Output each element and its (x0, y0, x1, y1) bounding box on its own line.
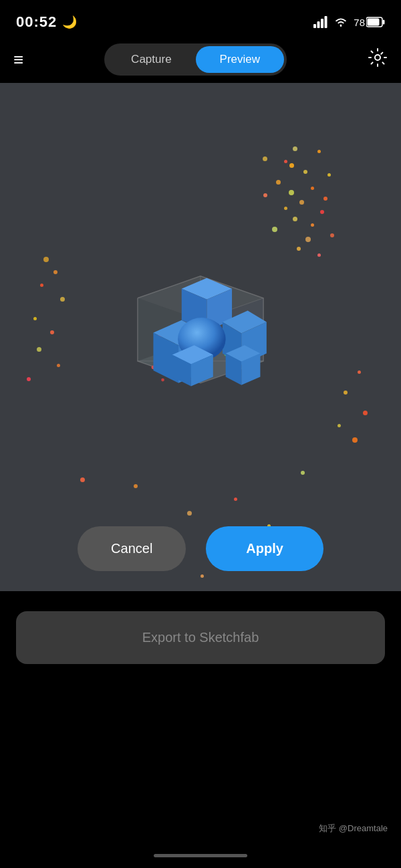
svg-rect-3 (325, 16, 327, 28)
battery-percent: 78 (354, 17, 365, 28)
status-icons: 78 (313, 16, 385, 28)
watermark: 知乎 @Dreamtale (319, 823, 388, 835)
capture-tab[interactable]: Capture (107, 46, 195, 73)
svg-rect-7 (368, 19, 380, 26)
svg-point-4 (340, 25, 342, 27)
svg-rect-6 (383, 20, 385, 25)
bottom-section: Export to Sketchfab (0, 591, 401, 664)
signal-icon (313, 16, 328, 28)
header: ≡ Capture Preview (0, 36, 401, 83)
wifi-icon (333, 16, 348, 28)
cancel-button[interactable]: Cancel (78, 526, 186, 571)
3d-scene (94, 210, 307, 424)
menu-icon[interactable]: ≡ (13, 51, 23, 68)
status-bar: 00:52 🌙 78 (0, 0, 401, 36)
svg-point-35 (161, 378, 164, 382)
preview-tab[interactable]: Preview (196, 46, 284, 73)
toggle-group: Capture Preview (104, 43, 287, 76)
svg-rect-0 (313, 24, 316, 28)
settings-icon[interactable] (368, 47, 388, 72)
home-indicator (154, 854, 247, 857)
export-button[interactable]: Export to Sketchfab (16, 611, 385, 664)
status-time: 00:52 (16, 13, 57, 31)
viewport[interactable]: Cancel Apply (0, 83, 401, 591)
svg-point-8 (375, 55, 380, 60)
action-bar: Cancel Apply (0, 526, 401, 571)
apply-button[interactable]: Apply (206, 526, 323, 571)
svg-rect-2 (321, 19, 323, 28)
battery-icon: 78 (354, 17, 385, 28)
moon-icon: 🌙 (62, 15, 77, 29)
svg-rect-1 (317, 21, 320, 28)
